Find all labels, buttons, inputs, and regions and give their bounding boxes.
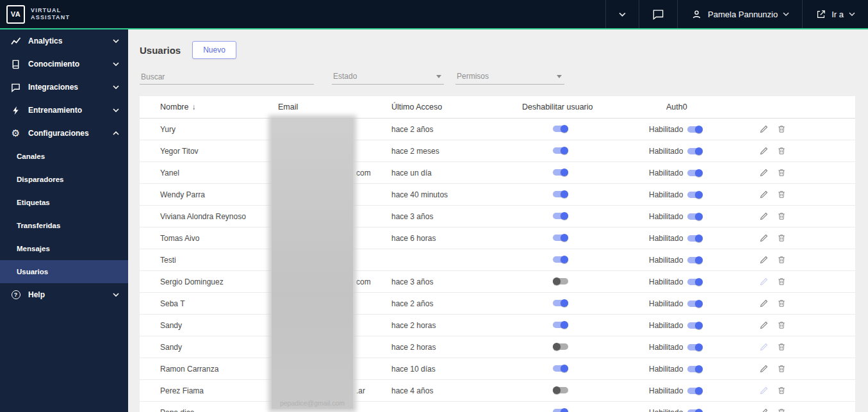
disable-user-toggle[interactable] xyxy=(553,322,568,328)
sidebar-item-conocimiento[interactable]: Conocimiento xyxy=(0,53,128,76)
edit-icon[interactable] xyxy=(759,233,769,243)
disable-user-toggle[interactable] xyxy=(553,409,568,412)
sidebar-item-entrenamiento[interactable]: Entrenamiento xyxy=(0,99,128,122)
auth0-toggle[interactable] xyxy=(687,192,703,198)
auth0-status-label: Habilitado xyxy=(649,256,683,265)
new-user-button[interactable]: Nuevo xyxy=(192,41,236,59)
edit-icon[interactable] xyxy=(759,364,769,374)
chevron-down-icon xyxy=(783,12,789,16)
external-link-icon xyxy=(815,9,826,20)
sidebar-item-analytics[interactable]: Analytics xyxy=(0,29,128,53)
disable-user-toggle[interactable] xyxy=(553,387,568,393)
disable-user-toggle[interactable] xyxy=(553,365,568,372)
auth0-toggle[interactable] xyxy=(687,126,703,133)
sidebar-item-etiquetas[interactable]: Etiquetas xyxy=(0,191,128,214)
delete-icon[interactable] xyxy=(777,364,786,374)
auth0-toggle[interactable] xyxy=(687,213,703,220)
sidebar-item-transferidas[interactable]: Transferidas xyxy=(0,214,128,237)
topbar-dropdown-button[interactable] xyxy=(605,0,639,28)
delete-icon[interactable] xyxy=(777,408,786,412)
sidebar: Analytics Conocimiento Integraciones Ent… xyxy=(0,29,128,412)
sidebar-item-configuraciones[interactable]: ⚙ Configuraciones xyxy=(0,122,128,145)
delete-icon[interactable] xyxy=(777,190,786,199)
edit-icon[interactable] xyxy=(759,211,769,221)
delete-icon[interactable] xyxy=(777,211,786,221)
disable-user-toggle[interactable] xyxy=(553,213,568,219)
edit-icon[interactable] xyxy=(759,342,769,352)
auth0-toggle[interactable] xyxy=(687,148,703,154)
edit-icon[interactable] xyxy=(759,299,769,308)
user-menu[interactable]: Pamela Pannunzio xyxy=(677,0,802,28)
sidebar-item-canales[interactable]: Canales xyxy=(0,145,128,168)
delete-icon[interactable] xyxy=(777,386,786,395)
sidebar-item-usuarios[interactable]: Usuarios xyxy=(0,260,128,283)
auth0-toggle[interactable] xyxy=(687,388,703,394)
delete-icon[interactable] xyxy=(777,168,786,177)
auth0-toggle[interactable] xyxy=(687,257,703,263)
sidebar-item-mensajes[interactable]: Mensajes xyxy=(0,237,128,260)
messages-button[interactable] xyxy=(639,0,677,28)
auth0-toggle[interactable] xyxy=(687,235,703,242)
chat-icon xyxy=(10,83,21,92)
permisos-select-label: Permisos xyxy=(457,72,489,81)
disable-user-toggle[interactable] xyxy=(553,278,568,284)
table-row: Ramon Carranza hace 10 días Habilitado xyxy=(140,358,855,380)
disable-user-toggle[interactable] xyxy=(553,147,568,154)
estado-select[interactable]: Estado xyxy=(332,69,444,85)
goto-menu[interactable]: Ir a xyxy=(802,0,868,28)
header-email[interactable]: Email xyxy=(278,103,391,111)
delete-icon[interactable] xyxy=(777,342,786,352)
edit-icon[interactable] xyxy=(759,277,769,286)
table-body: Yury hace 2 años Habilitado Yegor Titov … xyxy=(140,119,855,412)
auth0-toggle[interactable] xyxy=(687,301,703,307)
auth0-toggle[interactable] xyxy=(687,170,703,176)
edit-icon[interactable] xyxy=(759,190,769,199)
user-last-access: hace 10 días xyxy=(391,365,522,374)
user-name: Pamela Pannunzio xyxy=(708,10,778,19)
analytics-icon xyxy=(10,36,21,46)
chevron-up-icon xyxy=(113,131,119,135)
auth0-status-label: Habilitado xyxy=(649,147,683,156)
permisos-select[interactable]: Permisos xyxy=(455,69,564,85)
delete-icon[interactable] xyxy=(777,146,786,156)
user-name: Yegor Titov xyxy=(140,147,278,156)
disable-user-toggle[interactable] xyxy=(553,169,568,176)
table-row: Testi Habilitado xyxy=(140,249,855,271)
sidebar-item-help[interactable]: ? Help xyxy=(0,283,128,306)
header-nombre[interactable]: Nombre ↓ xyxy=(140,103,278,111)
edit-icon[interactable] xyxy=(759,168,769,177)
disable-user-toggle[interactable] xyxy=(553,343,568,350)
user-name: Perez Fiama xyxy=(140,386,278,395)
sidebar-item-integraciones[interactable]: Integraciones xyxy=(0,76,128,99)
user-name: Tomas Aivo xyxy=(140,234,278,243)
auth0-toggle[interactable] xyxy=(687,322,703,329)
disable-user-toggle[interactable] xyxy=(553,300,568,306)
edit-icon[interactable] xyxy=(759,386,769,395)
delete-icon[interactable] xyxy=(777,124,786,134)
disable-user-toggle[interactable] xyxy=(553,256,568,263)
auth0-toggle[interactable] xyxy=(687,279,703,285)
disable-user-toggle[interactable] xyxy=(553,191,568,197)
search-input[interactable] xyxy=(140,70,314,85)
edit-icon[interactable] xyxy=(759,320,769,330)
edit-icon[interactable] xyxy=(759,408,769,412)
edit-icon[interactable] xyxy=(759,146,769,156)
delete-icon[interactable] xyxy=(777,320,786,330)
auth0-toggle[interactable] xyxy=(687,366,703,372)
edit-icon[interactable] xyxy=(759,255,769,265)
auth0-toggle[interactable] xyxy=(687,344,703,350)
sidebar-item-label: Integraciones xyxy=(28,83,78,92)
user-last-access: hace 4 años xyxy=(391,386,522,395)
delete-icon[interactable] xyxy=(777,255,786,265)
sidebar-item-disparadores[interactable]: Disparadores xyxy=(0,168,128,191)
person-icon xyxy=(691,8,703,21)
delete-icon[interactable] xyxy=(777,277,786,286)
header-ultimo-acceso[interactable]: Último Acceso xyxy=(391,103,522,111)
delete-icon[interactable] xyxy=(777,299,786,308)
edit-icon[interactable] xyxy=(759,124,769,134)
disable-user-toggle[interactable] xyxy=(553,235,568,241)
delete-icon[interactable] xyxy=(777,233,786,243)
auth0-toggle[interactable] xyxy=(687,409,703,412)
disable-user-toggle[interactable] xyxy=(553,126,568,132)
brand-line-2: ASSISTANT xyxy=(31,14,70,21)
